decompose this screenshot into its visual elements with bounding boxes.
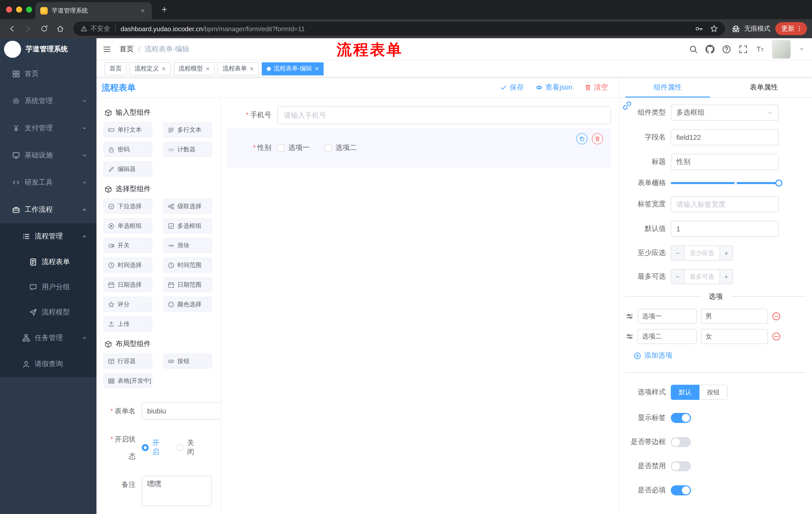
component-item-rate[interactable]: 评分 — [104, 297, 152, 312]
tag-process-form-edit[interactable]: 流程表单-编辑× — [262, 62, 324, 75]
option-style-default-button[interactable]: 默认 — [671, 385, 699, 400]
grid-slider[interactable] — [671, 179, 779, 187]
window-zoom-button[interactable] — [26, 6, 32, 12]
github-button[interactable] — [705, 45, 715, 54]
sidebar-item-home[interactable]: 首页 — [0, 60, 96, 87]
option-value-input[interactable] — [701, 329, 768, 344]
status-on-radio[interactable]: 开启 — [142, 438, 163, 457]
component-item-select[interactable]: 下拉选择 — [104, 199, 152, 214]
save-button[interactable]: 保存 — [500, 83, 524, 92]
decrease-button[interactable]: − — [671, 246, 685, 260]
component-item-switch[interactable]: 开关 — [104, 238, 152, 253]
sidebar-item-system-management[interactable]: 系统管理 — [0, 87, 96, 115]
reload-button[interactable] — [37, 22, 51, 36]
component-item-upload[interactable]: 上传 — [104, 316, 152, 331]
tab-form-properties[interactable]: 表单属性 — [716, 77, 812, 97]
search-button[interactable] — [689, 45, 698, 54]
browser-tab[interactable]: 芋道管理系统 × — [35, 2, 152, 19]
component-item-slider[interactable]: 滑块 — [163, 238, 212, 253]
default-value-input[interactable] — [671, 221, 779, 237]
show-label-switch[interactable] — [671, 413, 691, 423]
font-size-button[interactable] — [755, 45, 764, 54]
component-item-date-picker[interactable]: 日期选择 — [104, 277, 152, 292]
max-select-input[interactable] — [685, 270, 720, 283]
component-item-password[interactable]: 密码 — [104, 142, 152, 157]
tag-close-icon[interactable]: × — [315, 65, 319, 72]
address-bar[interactable]: 不安全 dashboard.yudao.iocoder.cn/bpm/manag… — [74, 22, 725, 36]
component-item-editor[interactable]: 编辑器 — [104, 161, 152, 177]
sidebar-item-user-group[interactable]: 用户分组 — [0, 275, 96, 300]
form-name-input[interactable] — [142, 402, 221, 420]
increase-button[interactable]: + — [720, 270, 733, 283]
option-name-input[interactable] — [638, 329, 697, 344]
tag-close-icon[interactable]: × — [162, 65, 166, 72]
link-icon[interactable] — [622, 101, 632, 111]
tag-close-icon[interactable]: × — [206, 65, 209, 72]
drag-handle-icon[interactable] — [626, 312, 634, 320]
slider-handle[interactable] — [775, 180, 782, 187]
required-switch[interactable] — [671, 485, 691, 495]
bookmark-star-icon[interactable] — [710, 25, 718, 33]
sidebar-item-leave-query[interactable]: 请假查询 — [0, 351, 96, 377]
window-minimize-button[interactable] — [16, 6, 22, 12]
gender-option-1-checkbox[interactable]: 选项一 — [278, 143, 310, 153]
sidebar-item-workflow[interactable]: 工作流程 — [0, 196, 96, 223]
status-off-radio[interactable]: 关闭 — [177, 438, 198, 457]
tag-process-model[interactable]: 流程模型× — [174, 62, 214, 75]
window-close-button[interactable] — [6, 6, 12, 12]
sidebar-item-infrastructure[interactable]: 基础设施 — [0, 142, 96, 169]
increase-button[interactable]: + — [720, 246, 733, 260]
component-item-radio-group[interactable]: 单选框组 — [104, 218, 152, 233]
component-item-color-picker[interactable]: 颜色选择 — [163, 297, 212, 312]
sidebar-item-payment-management[interactable]: 支付管理 — [0, 115, 96, 142]
tab-component-properties[interactable]: 组件属性 — [619, 77, 716, 97]
component-item-multi-line-text[interactable]: 多行文本 — [163, 122, 212, 137]
avatar-caret-icon[interactable] — [799, 46, 805, 52]
component-item-time-picker[interactable]: 时间选择 — [104, 258, 152, 273]
label-width-input[interactable] — [671, 196, 779, 212]
app-logo[interactable]: 芋道管理系统 — [0, 38, 96, 60]
component-item-counter[interactable]: 计数器 — [163, 142, 212, 157]
gender-option-2-checkbox[interactable]: 选项二 — [325, 143, 357, 153]
sidebar-item-process-model[interactable]: 流程模型 — [0, 300, 96, 325]
remark-textarea[interactable]: 嘿嘿 — [142, 476, 211, 506]
add-option-button[interactable]: 添加选项 — [634, 351, 812, 360]
sidebar-item-process-form[interactable]: 流程表单 — [0, 249, 96, 275]
component-item-cascader[interactable]: 级联选择 — [163, 199, 212, 214]
component-type-select[interactable]: 多选框组 — [671, 105, 779, 121]
field-name-input[interactable] — [671, 129, 779, 145]
component-item-single-line-text[interactable]: 单行文本 — [104, 122, 152, 137]
security-chip[interactable]: 不安全 — [80, 24, 110, 33]
back-button[interactable] — [5, 22, 19, 36]
password-key-icon[interactable] — [695, 25, 703, 33]
clear-button[interactable]: 清空 — [584, 83, 608, 92]
tag-home[interactable]: 首页 — [105, 62, 127, 75]
option-name-input[interactable] — [638, 309, 697, 324]
min-select-input[interactable] — [685, 246, 720, 260]
component-item-time-range[interactable]: 时间范围 — [163, 258, 212, 273]
option-style-button-button[interactable]: 按钮 — [699, 385, 728, 400]
component-item-table[interactable]: 表格[开发中] — [104, 373, 152, 388]
delete-component-button[interactable] — [592, 133, 603, 144]
update-button[interactable]: 更新 — [775, 22, 807, 35]
tag-process-definition[interactable]: 流程定义× — [129, 62, 171, 75]
breadcrumb-home[interactable]: 首页 — [120, 45, 134, 54]
new-tab-button[interactable]: + — [159, 4, 170, 15]
sidebar-collapse-button[interactable] — [103, 45, 112, 54]
drag-handle-icon[interactable] — [626, 332, 634, 341]
phone-input[interactable] — [278, 106, 611, 124]
kebab-menu-icon[interactable] — [796, 25, 803, 32]
component-item-checkbox-group[interactable]: 多选框组 — [163, 218, 212, 233]
home-button[interactable] — [53, 22, 67, 36]
help-button[interactable] — [722, 45, 731, 54]
border-switch[interactable] — [671, 437, 691, 447]
tag-process-form[interactable]: 流程表单× — [218, 62, 259, 75]
remove-option-button[interactable] — [772, 332, 781, 341]
selected-component-gender[interactable]: *性别 选项一 选项二 — [227, 128, 611, 167]
component-item-date-range[interactable]: 日期范围 — [163, 277, 212, 292]
tab-close-icon[interactable]: × — [139, 6, 147, 15]
component-item-button[interactable]: 按钮 — [163, 354, 212, 369]
view-json-button[interactable]: 查看json — [536, 83, 572, 92]
component-item-row-container[interactable]: 行容器 — [104, 354, 152, 369]
sidebar-item-process-management[interactable]: 流程管理 — [0, 223, 96, 249]
